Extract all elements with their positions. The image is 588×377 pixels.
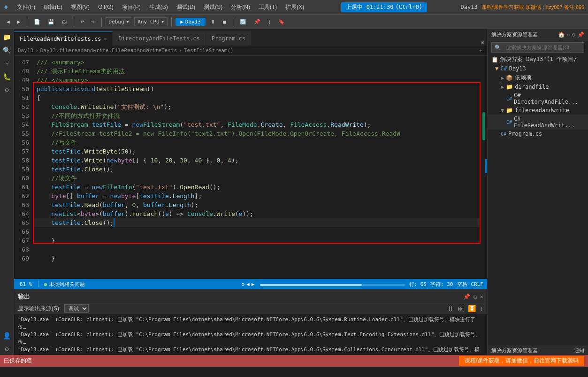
sidebar-explore-icon[interactable]: 📁: [1, 31, 13, 43]
tab-filereadandwritetests-close[interactable]: ✕: [104, 36, 107, 41]
output-close-btn[interactable]: ✕: [480, 293, 483, 300]
tab-filereadandwritetests[interactable]: FileReadAndWriteTests.cs ✕: [14, 31, 113, 46]
tab-program[interactable]: Program.cs: [206, 31, 252, 46]
left-sidebar: 📁 🔍 ⑂ 🐛 ⚙ 👤 ⚙: [0, 29, 14, 355]
breadcrumb-method[interactable]: TestFileStream(): [184, 47, 234, 54]
se-filereadandwrite[interactable]: ▼ 📁 filereadandwrite: [488, 106, 588, 115]
tab-filereadandwritetests-label: FileReadAndWriteTests.cs: [20, 36, 101, 42]
sidebar-search-icon[interactable]: 🔍: [1, 44, 13, 56]
tabs-bar: FileReadAndWriteTests.cs ✕ DirectoryAndF…: [14, 29, 487, 46]
menu-git[interactable]: Git(G): [94, 3, 117, 11]
toolbar-sep-1: [27, 17, 27, 27]
code-content[interactable]: /// <summary> /// 演示FileStream类的用法 /// <…: [33, 56, 487, 279]
menu-build[interactable]: 生成(B): [145, 2, 172, 12]
tab-program-label: Program.cs: [212, 35, 245, 42]
toolbar-items[interactable]: ⚙ ◀ ▶: [239, 281, 256, 287]
output-float-btn[interactable]: ⧉: [473, 293, 477, 300]
breadcrumb: Day13 › Day13.filereadandwrite.FileReadA…: [14, 46, 487, 56]
debug-label: Debug: [109, 19, 124, 25]
filter-icon: ⚙: [241, 281, 244, 287]
menu-test[interactable]: 测试(S): [200, 2, 226, 12]
se-search-icon: 🔍: [495, 45, 501, 51]
error-status[interactable]: ● 未找到相关问题: [42, 281, 87, 288]
sidebar-settings-icon[interactable]: ⚙: [1, 343, 13, 355]
output-panel: 输出 📌 ⧉ ✕ 显示输出来源(S): 调试 ⏸ ⏭ ⏬ ↕ "Day13.: [14, 289, 487, 355]
cpu-label: Any CPU: [137, 19, 159, 25]
output-source-select[interactable]: 调试: [64, 304, 89, 313]
cs-icon-2: C#: [506, 120, 512, 125]
back-button[interactable]: ◀: [4, 18, 13, 26]
code-line-69: }: [33, 254, 487, 263]
menu-extensions[interactable]: 扩展(X): [282, 2, 308, 12]
redo-btn[interactable]: ↪: [89, 18, 98, 26]
cs-icon-3: C#: [501, 131, 506, 137]
cpu-dropdown-arrow: ▾: [161, 19, 165, 25]
pause-btn[interactable]: ⏸: [207, 18, 218, 26]
se-search-input[interactable]: [503, 44, 581, 51]
breadcrumb-project[interactable]: Day13: [18, 47, 33, 54]
se-filereadandwrite-cs[interactable]: C# C# FileReadAndWrit...: [488, 115, 588, 130]
output-toolbar-btn-1[interactable]: ⏸: [447, 305, 454, 312]
se-home-btn[interactable]: 🏠: [558, 31, 565, 38]
attach-btn[interactable]: 📌: [251, 18, 263, 26]
se-dirandfile[interactable]: ▶ 📁 dirandfile: [488, 83, 588, 91]
breadcrumb-add-btn[interactable]: ＋: [478, 47, 483, 54]
run-button[interactable]: ▶ Day13: [176, 18, 206, 26]
sidebar-debug2-icon[interactable]: 🐛: [1, 70, 13, 83]
output-pin-btn[interactable]: 📌: [463, 293, 470, 300]
se-dirandfile-label: dirandfile: [515, 84, 549, 90]
scrollbar-thumb[interactable]: [482, 112, 485, 140]
cs-icon-1: C#: [506, 96, 512, 101]
stop-btn[interactable]: ■: [220, 18, 229, 26]
se-dependencies[interactable]: ▶ 📦 依赖项: [488, 73, 588, 83]
forward-button[interactable]: ▶: [15, 18, 23, 26]
se-search-area: 🔍: [488, 40, 588, 54]
se-filter-btn[interactable]: ⚙: [572, 31, 575, 38]
new-file-btn[interactable]: 📄: [31, 18, 43, 26]
title-center: 上课中 01:21:30 (Ctrl+Q): [311, 2, 458, 12]
sidebar-account-icon[interactable]: 👤: [1, 330, 13, 342]
output-toolbar-btn-4[interactable]: ↕: [480, 305, 483, 312]
undo-btn[interactable]: ↩: [78, 18, 87, 26]
se-pin-btn[interactable]: 📌: [577, 31, 584, 38]
menu-analyze[interactable]: 分析(N): [227, 2, 254, 12]
se-sync-btn[interactable]: ↔: [567, 31, 570, 38]
se-toolbar: 🏠 ↔ ⚙ 📌: [558, 31, 584, 38]
output-content[interactable]: "Day13.exe" (CoreCLR: clrhost): 已加载 "C:\…: [14, 314, 487, 355]
menu-tools[interactable]: 工具(T): [255, 2, 281, 12]
save-all-btn[interactable]: 🗂: [59, 18, 70, 26]
nav-left-icon: ◀: [246, 281, 250, 287]
debug-dropdown-arrow: ▾: [126, 19, 130, 25]
se-project-day13[interactable]: ▼ C# Day13: [488, 64, 588, 73]
sidebar-git-icon[interactable]: ⑂: [1, 57, 13, 69]
menu-edit[interactable]: 编辑(E): [40, 2, 66, 12]
step-over-btn[interactable]: ⤵: [265, 18, 274, 26]
output-toolbar-btn-3[interactable]: ⏬: [468, 305, 476, 312]
tab-directoryandfiletests[interactable]: DirectoryAndFileTests.cs: [113, 31, 206, 46]
code-line-55: //FileStream testFile2 = new FileInfo("t…: [33, 129, 487, 138]
save-btn[interactable]: 💾: [45, 18, 57, 26]
menu-file[interactable]: 文件(F): [13, 2, 39, 12]
refresh-btn[interactable]: 🔃: [237, 18, 249, 26]
code-line-53: //不同的方式打开文件流: [33, 111, 487, 120]
bookmark-btn[interactable]: 🔖: [275, 18, 288, 26]
debug-dropdown[interactable]: Debug ▾: [106, 17, 133, 26]
cpu-dropdown[interactable]: Any CPU ▾: [134, 17, 168, 26]
zoom-level[interactable]: 81 %: [18, 281, 34, 287]
se-program-cs[interactable]: C# Program.cs: [488, 130, 588, 138]
output-panel-header: 输出 📌 ⧉ ✕: [14, 290, 487, 303]
output-toolbar-btn-2[interactable]: ⏭: [458, 305, 464, 312]
sidebar-ext-icon[interactable]: ⚙: [1, 84, 13, 96]
code-line-49: /// </summary>: [33, 76, 487, 85]
code-line-65: testFile.Close();: [33, 218, 487, 227]
tab-settings-btn[interactable]: ⚙: [478, 39, 487, 46]
breadcrumb-namespace[interactable]: Day13.filereadandwrite.FileReadAndWriteT…: [40, 47, 177, 54]
se-directoryandfile-cs[interactable]: C# C# DirectoryAndFile...: [488, 91, 588, 106]
menu-debug[interactable]: 调试(D): [173, 2, 199, 12]
menu-view[interactable]: 视图(V): [67, 2, 93, 12]
se-solution-root[interactable]: 📋 解决方案"Day13"(1 个项目/: [488, 54, 588, 64]
se-filereadandwrite-label: filereadandwrite: [515, 107, 569, 114]
code-editor[interactable]: 47 48 49 50 51 52 53 54 55 56 57 58 59 6…: [14, 56, 487, 279]
se-solution-label: 解决方案"Day13"(1 个项目/: [500, 55, 577, 63]
menu-project[interactable]: 项目(P): [118, 2, 145, 12]
